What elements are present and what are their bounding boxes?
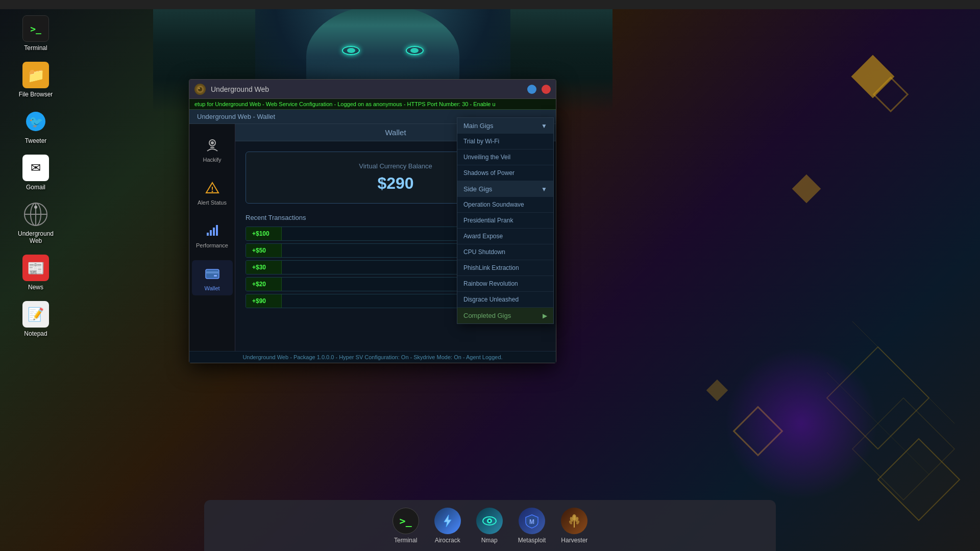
gig-item-presidential-prank[interactable]: Presidential Prank — [457, 213, 553, 229]
wallet-icon — [203, 264, 222, 283]
gig-cpu-shutdown-label: CPU Shutdown — [463, 248, 505, 256]
taskbar-metasploit-icon: M — [519, 508, 545, 534]
taskbar-airocrack-icon — [434, 508, 461, 534]
gig-item-phishlink-extraction[interactable]: PhishLink Extraction — [457, 260, 553, 276]
news-symbol: 📰 — [27, 260, 45, 277]
alert-label: Alert Status — [198, 199, 227, 206]
svg-rect-21 — [207, 233, 209, 236]
side-gigs-header[interactable]: Side Gigs ▼ — [457, 181, 553, 197]
terminal-icon-img: >_ — [22, 15, 49, 42]
alert-icon — [203, 179, 222, 197]
nmap-eye-icon — [482, 513, 497, 529]
desktop-icon-filebrowser[interactable]: 📁 File Browser — [15, 62, 56, 98]
svg-rect-27 — [214, 275, 217, 277]
svg-line-3 — [827, 372, 929, 474]
desktop-icon-underweb[interactable]: Underground Web — [15, 201, 56, 244]
performance-chart-icon — [205, 223, 219, 238]
status-bar-text: etup for Underground Web - Web Service C… — [194, 101, 496, 107]
terminal-symbol: >_ — [30, 23, 41, 34]
gig-presidential-prank-label: Presidential Prank — [463, 217, 513, 224]
taskbar-terminal-symbol: >_ — [400, 515, 412, 527]
main-gigs-header[interactable]: Main Gigs ▼ — [457, 118, 553, 134]
wallet-card-icon — [205, 266, 220, 281]
content-title-text: Underground Web - Wallet — [197, 113, 275, 120]
app-icon-svg — [196, 85, 204, 93]
hackify-icon — [203, 136, 222, 154]
window-title-text: Underground Web — [211, 85, 522, 93]
desktop-icon-notepad[interactable]: 📝 Notepad — [15, 301, 56, 337]
gomail-label: Gomail — [26, 184, 45, 191]
taskbar-harvester-icon — [561, 508, 587, 534]
desktop-icon-terminal[interactable]: >_ Terminal — [15, 15, 56, 52]
underweb-label: Underground Web — [15, 230, 56, 244]
svg-marker-4 — [878, 439, 960, 520]
gig-item-trial-wifi[interactable]: Trial by Wi-Fi — [457, 134, 553, 149]
terminal-label: Terminal — [24, 44, 47, 52]
svg-rect-23 — [213, 228, 215, 236]
svg-rect-22 — [210, 230, 212, 236]
gig-item-operation-soundwave[interactable]: Operation Soundwave — [457, 197, 553, 213]
window-titlebar: Underground Web — [189, 80, 556, 99]
gig-item-rainbow-revolution[interactable]: Rainbow Revolution — [457, 276, 553, 292]
wallet-label: Wallet — [204, 285, 219, 291]
svg-marker-28 — [444, 515, 451, 527]
notepad-symbol: 📝 — [28, 307, 44, 322]
svg-rect-26 — [206, 271, 219, 273]
taskbar-airocrack-label: Airocrack — [435, 537, 460, 544]
svg-text:M: M — [529, 518, 534, 525]
desktop-icon-gomail[interactable]: ✉ Gomail — [15, 155, 56, 191]
hackify-user-icon — [205, 138, 219, 152]
airocrack-bolt-icon — [440, 513, 455, 529]
taskbar-item-metasploit[interactable]: M Metasploit — [518, 508, 546, 544]
taskbar-terminal-icon: >_ — [393, 508, 419, 534]
desktop-icon-news[interactable]: 📰 News — [15, 255, 56, 291]
taskbar-item-nmap[interactable]: Nmap — [476, 508, 503, 544]
window-status-bar: etup for Underground Web - Web Service C… — [189, 99, 556, 110]
close-button[interactable] — [542, 85, 551, 94]
metasploit-shield-icon: M — [524, 513, 540, 529]
tx-amount-2: +$50 — [246, 244, 282, 257]
gig-item-shadows-power[interactable]: Shadows of Power — [457, 165, 553, 181]
tx-amount-1: +$100 — [246, 227, 282, 240]
tx-amount-3: +$30 — [246, 261, 282, 274]
performance-label: Performance — [196, 242, 228, 248]
gig-item-disgrace-unleashed[interactable]: Disgrace Unleashed — [457, 292, 553, 308]
nav-item-wallet[interactable]: Wallet — [192, 260, 233, 295]
tweeter-bird-icon: 🐦 — [26, 111, 46, 132]
gig-item-cpu-shutdown[interactable]: CPU Shutdown — [457, 244, 553, 260]
taskbar-item-terminal[interactable]: >_ Terminal — [393, 508, 419, 544]
hackify-label: Hackify — [203, 157, 221, 163]
desktop-icon-tweeter[interactable]: 🐦 Tweeter — [15, 108, 56, 144]
taskbar: >_ Terminal Airocrack Nmap — [204, 500, 776, 551]
desktop-icons-container: >_ Terminal 📁 File Browser 🐦 Tweeter ✉ G — [15, 15, 56, 337]
gig-shadows-power-label: Shadows of Power — [463, 169, 514, 177]
taskbar-nmap-icon — [476, 508, 503, 534]
taskbar-item-airocrack[interactable]: Airocrack — [434, 508, 461, 544]
gig-award-expose-label: Award Expose — [463, 233, 503, 240]
nav-item-performance[interactable]: Performance — [192, 217, 233, 253]
svg-rect-24 — [216, 225, 218, 236]
filebrowser-label: File Browser — [19, 91, 53, 98]
filebrowser-icon-img: 📁 — [22, 62, 49, 88]
window-footer: Underground Web - Package 1.0.0.0 - Hype… — [189, 351, 556, 363]
left-navigation: Hackify Alert Status — [189, 124, 235, 351]
completed-gigs-header[interactable]: Completed Gigs ▶ — [457, 308, 553, 323]
minimize-button[interactable] — [527, 85, 536, 94]
svg-line-2 — [852, 321, 954, 423]
svg-point-16 — [211, 141, 214, 144]
taskbar-item-harvester[interactable]: Harvester — [561, 508, 587, 544]
gomail-symbol: ✉ — [31, 161, 41, 175]
nav-item-alert[interactable]: Alert Status — [192, 174, 233, 210]
completed-gigs-chevron-icon: ▶ — [543, 312, 547, 319]
tweeter-icon-img: 🐦 — [22, 108, 49, 135]
svg-marker-0 — [827, 347, 929, 449]
side-gigs-chevron-icon: ▼ — [541, 186, 547, 193]
underweb-globe-icon — [23, 202, 48, 227]
gomail-icon-img: ✉ — [22, 155, 49, 181]
gig-item-award-expose[interactable]: Award Expose — [457, 229, 553, 244]
nav-item-hackify[interactable]: Hackify — [192, 132, 233, 167]
svg-point-14 — [199, 87, 200, 89]
gig-item-unveiling-veil[interactable]: Unveiling the Veil — [457, 149, 553, 165]
news-label: News — [28, 284, 43, 291]
window-app-icon — [194, 84, 206, 95]
